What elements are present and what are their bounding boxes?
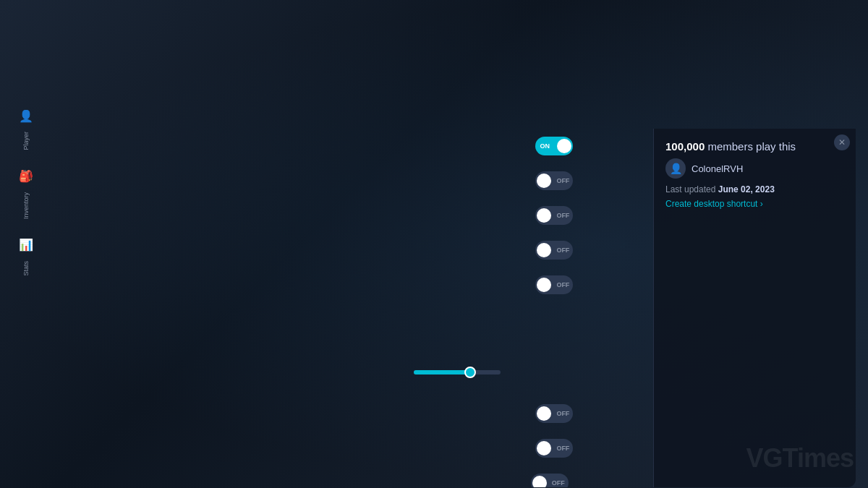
mod-toggle[interactable]: OFF	[531, 474, 569, 488]
members-count: 100,000 members play this	[665, 140, 844, 153]
members-text: members play this	[707, 140, 796, 153]
toggle-knob	[537, 243, 551, 257]
mod-toggle[interactable]: OFF	[535, 171, 573, 190]
toggle-knob	[557, 139, 571, 153]
close-info-button[interactable]: ✕	[834, 134, 850, 150]
toggle-knob	[537, 441, 551, 455]
mod-toggle[interactable]: OFF	[535, 275, 573, 294]
toggle-off-label: OFF	[556, 445, 569, 452]
sidebar-stats-icon[interactable]: 📊	[14, 234, 38, 257]
mod-toggle[interactable]: OFF	[535, 206, 573, 225]
toggle-knob	[532, 476, 547, 488]
mod-toggle[interactable]: ON	[535, 137, 573, 155]
sidebar-inventory-label: Inventory	[22, 192, 30, 219]
desktop-shortcut-link[interactable]: Create desktop shortcut ›	[665, 199, 844, 209]
toggle-knob	[537, 278, 551, 292]
toggle-knob	[537, 208, 551, 223]
toggle-knob	[537, 406, 551, 421]
toggle-off-label: OFF	[556, 410, 569, 417]
last-updated: Last updated June 02, 2023	[665, 184, 844, 194]
slider-thumb[interactable]	[464, 367, 476, 378]
last-updated-label: Last updated	[665, 184, 715, 194]
toggle-off-label: OFF	[556, 212, 569, 219]
toggle-knob	[537, 174, 551, 188]
toggle-off-label: OFF	[556, 177, 569, 184]
toggle-off-label: OFF	[556, 281, 569, 288]
sidebar-player-label: Player	[22, 132, 30, 150]
sidebar-stats-label: Stats	[22, 261, 30, 276]
toggle-on-label: ON	[540, 142, 550, 150]
mod-toggle[interactable]: OFF	[535, 404, 573, 423]
toggle-off-label: OFF	[556, 247, 569, 254]
sidebar-inventory-icon[interactable]: 🎒	[14, 165, 38, 188]
contributor-avatar: 👤	[665, 158, 686, 179]
user-row: 👤 ColonelRVH	[665, 158, 844, 179]
contributor-name: ColonelRVH	[692, 163, 743, 174]
info-panel: ✕ 100,000 members play this 👤 ColonelRVH…	[653, 129, 856, 487]
mod-toggle[interactable]: OFF	[535, 439, 573, 458]
slider-fill	[414, 370, 470, 374]
mod-toggle[interactable]: OFF	[535, 241, 573, 260]
last-updated-date: June 02, 2023	[718, 184, 775, 194]
sidebar-player-icon[interactable]: 👤	[14, 104, 38, 127]
toggle-off-label: OFF	[552, 479, 565, 487]
slider-track[interactable]	[414, 370, 501, 374]
